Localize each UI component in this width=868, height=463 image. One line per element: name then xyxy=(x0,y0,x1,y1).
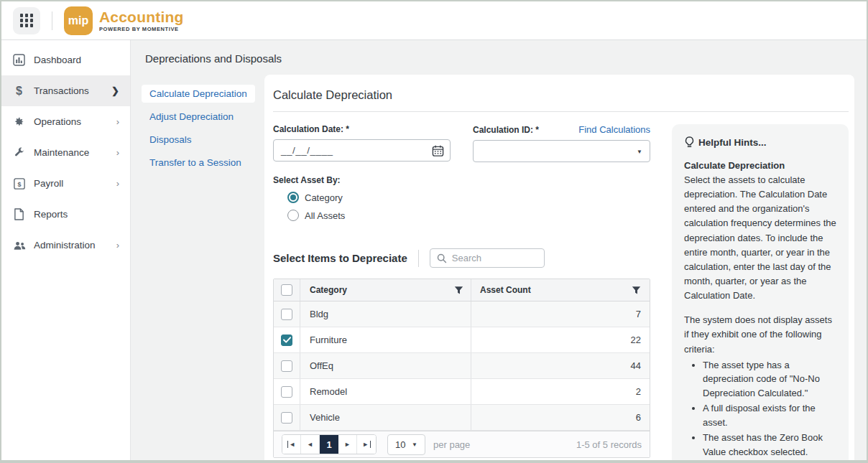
previous-page-button[interactable]: ◄ xyxy=(301,435,320,454)
row-checkbox[interactable] xyxy=(281,412,292,424)
radio-button[interactable] xyxy=(287,192,299,203)
category-cell: Remodel xyxy=(310,386,347,397)
calculation-date-input[interactable]: __/__/____ xyxy=(273,139,451,162)
hints-paragraph: Select the assets to calculate depreciat… xyxy=(684,173,836,303)
column-header-category[interactable]: Category xyxy=(310,285,454,295)
filter-icon[interactable] xyxy=(454,286,463,295)
select-asset-by-label: Select Asset By: xyxy=(273,175,650,185)
sidebar-item-operations[interactable]: Operations › xyxy=(1,106,130,137)
hints-paragraph: The system does not display assets if th… xyxy=(684,313,836,356)
table-row[interactable]: Bldg 7 xyxy=(274,301,650,327)
subnav-item-transfer-to-a-session[interactable]: Transfer to a Session xyxy=(142,154,249,172)
main-panel: Calculate Depreciation Calculation Date:… xyxy=(264,75,854,460)
next-page-button[interactable]: ► xyxy=(338,435,357,454)
sidebar-item-label: Reports xyxy=(34,209,119,220)
sidebar-item-payroll[interactable]: $ Payroll › xyxy=(1,168,130,199)
calculation-date-placeholder: __/__/____ xyxy=(274,145,333,156)
row-checkbox[interactable] xyxy=(281,309,292,320)
asset-count-cell: 6 xyxy=(480,412,641,423)
hints-subtitle: Calculate Depreciation xyxy=(684,160,836,171)
sidebar-item-label: Dashboard xyxy=(34,55,119,65)
row-checkbox[interactable] xyxy=(281,386,292,398)
hints-title: Helpful Hints... xyxy=(698,137,767,148)
table-row[interactable]: OffEq 44 xyxy=(274,353,650,379)
sidebar-item-transactions[interactable]: $ Transactions ❯ xyxy=(1,75,130,106)
category-cell: Vehicle xyxy=(310,412,340,423)
table-row[interactable]: Vehicle 6 xyxy=(274,405,650,431)
find-calculations-link[interactable]: Find Calculations xyxy=(578,124,650,135)
search-input[interactable]: Search xyxy=(430,248,545,268)
app-window: mip Accounting POWERED BY MOMENTIVE Dash… xyxy=(0,0,868,463)
calculation-date-label: Calculation Date: * xyxy=(273,124,349,134)
helpful-hints-panel: Helpful Hints... Calculate Depreciation … xyxy=(672,124,849,463)
column-header-asset-count[interactable]: Asset Count xyxy=(480,285,632,295)
pager: ◄ ◄ 1 ► ► xyxy=(282,434,377,454)
table-header: Category Asset Count xyxy=(274,279,650,301)
secondary-nav: Calculate Depreciation Adjust Depreciati… xyxy=(131,75,264,460)
brand-tagline: POWERED BY MOMENTIVE xyxy=(99,27,184,32)
document-icon xyxy=(12,208,26,221)
wrench-icon xyxy=(12,146,26,159)
records-count-label: 1-5 of 5 records xyxy=(576,439,642,450)
calculation-id-dropdown[interactable]: ▼ xyxy=(473,140,650,162)
hints-bullet-list: The asset type has a depreciation code o… xyxy=(684,358,836,459)
table-row[interactable]: Remodel 2 xyxy=(274,379,650,405)
radio-label: Category xyxy=(305,192,343,203)
sidebar-item-reports[interactable]: Reports xyxy=(1,199,130,230)
dropdown-caret-icon: ▼ xyxy=(412,441,417,448)
app-launcher-button[interactable] xyxy=(13,7,40,34)
last-page-button[interactable]: ► xyxy=(357,435,376,454)
product-name: Accounting xyxy=(99,9,184,24)
row-checkbox[interactable] xyxy=(281,360,292,372)
filter-icon[interactable] xyxy=(632,286,641,295)
hints-bullet: The asset type has a depreciation code o… xyxy=(703,358,836,401)
svg-text:$: $ xyxy=(17,180,21,187)
category-cell: Bldg xyxy=(310,309,328,319)
calculation-id-label: Calculation ID: * xyxy=(473,125,539,135)
search-placeholder: Search xyxy=(452,253,481,263)
table-row[interactable]: Furniture 22 xyxy=(274,327,650,353)
page-size-dropdown[interactable]: 10 ▼ xyxy=(387,434,425,455)
row-checkbox[interactable] xyxy=(281,335,292,346)
apps-grid-icon xyxy=(20,14,34,27)
items-section-title: Select Items to Depreciate xyxy=(273,252,407,264)
category-cell: OffEq xyxy=(310,360,333,371)
subnav-item-calculate-depreciation[interactable]: Calculate Depreciation xyxy=(142,85,255,103)
first-page-button[interactable]: ◄ xyxy=(282,435,301,454)
section-heading: Calculate Depreciation xyxy=(273,85,849,112)
sidebar-item-label: Transactions xyxy=(34,85,111,96)
sidebar-item-label: Operations xyxy=(34,116,116,127)
per-page-label: per page xyxy=(433,439,470,450)
subnav-item-disposals[interactable]: Disposals xyxy=(142,131,200,149)
radio-button[interactable] xyxy=(287,210,299,221)
sidebar-item-label: Maintenance xyxy=(34,147,116,158)
items-table: Category Asset Count xyxy=(273,279,650,458)
radio-label: All Assets xyxy=(305,210,345,221)
hints-bullet: A full disposal exists for the asset. xyxy=(703,401,836,429)
people-icon xyxy=(12,239,26,252)
lightbulb-icon xyxy=(684,136,695,149)
subnav-item-adjust-depreciation[interactable]: Adjust Depreciation xyxy=(142,108,241,126)
dashboard-icon xyxy=(12,54,26,67)
asset-count-cell: 22 xyxy=(480,335,641,345)
category-cell: Furniture xyxy=(310,335,347,345)
radio-all-assets[interactable]: All Assets xyxy=(287,210,650,221)
calendar-icon[interactable] xyxy=(432,144,444,156)
asset-count-cell: 7 xyxy=(480,309,641,319)
chevron-right-icon: › xyxy=(116,240,119,251)
current-page-button[interactable]: 1 xyxy=(320,435,338,454)
radio-category[interactable]: Category xyxy=(287,192,650,203)
sidebar-item-label: Administration xyxy=(34,240,116,251)
sidebar-item-maintenance[interactable]: Maintenance › xyxy=(1,137,130,168)
gear-icon xyxy=(12,116,26,128)
asset-count-cell: 2 xyxy=(480,386,641,397)
sidebar-item-dashboard[interactable]: Dashboard xyxy=(1,45,130,75)
asset-count-cell: 44 xyxy=(480,360,641,371)
select-all-checkbox[interactable] xyxy=(281,284,292,296)
table-footer: ◄ ◄ 1 ► ► 10 ▼ xyxy=(274,431,650,457)
sidebar: Dashboard $ Transactions ❯ Operations › … xyxy=(1,40,131,460)
content-area: Depreciations and Disposals Calculate De… xyxy=(131,40,867,460)
chevron-right-icon: › xyxy=(116,147,119,158)
sidebar-item-administration[interactable]: Administration › xyxy=(1,230,130,261)
top-bar: mip Accounting POWERED BY MOMENTIVE xyxy=(1,1,867,40)
